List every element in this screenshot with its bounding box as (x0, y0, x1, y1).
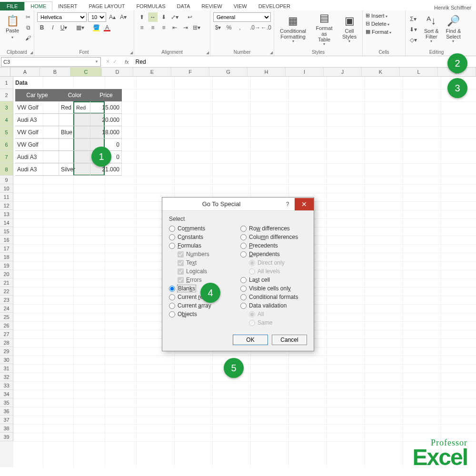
row-header-20[interactable]: 20 (0, 270, 13, 278)
fill-button[interactable]: ⬇▾ (408, 25, 418, 34)
option-visible-cells[interactable]: Visible cells only (240, 285, 307, 292)
option-comments[interactable]: Comments (169, 225, 231, 232)
column-header-B[interactable]: B (40, 68, 70, 76)
format-cells-button[interactable]: Format (372, 29, 391, 35)
tab-data[interactable]: DATA (171, 2, 196, 10)
row-header-8[interactable]: 8 (0, 163, 13, 176)
format-painter-button[interactable]: 🖌 (23, 33, 33, 43)
fx-icon[interactable]: fx (122, 59, 132, 65)
column-header-E[interactable]: E (133, 68, 171, 76)
underline-button[interactable]: U▾ (59, 23, 69, 32)
font-name-select[interactable]: Helvetica (37, 12, 87, 22)
option-blanks[interactable]: Blanks (169, 285, 231, 292)
align-bottom-button[interactable]: ⬇ (159, 12, 169, 22)
tab-developer[interactable]: DEVELOPER (253, 2, 296, 10)
cell-styles-button[interactable]: ▣Cell Styles (339, 14, 359, 44)
row-header-19[interactable]: 19 (0, 261, 13, 270)
row-header-32[interactable]: 32 (0, 373, 13, 381)
option-errors[interactable]: Errors (178, 277, 231, 283)
column-header-F[interactable]: F (171, 68, 209, 76)
row-header-10[interactable]: 10 (0, 184, 13, 193)
dialog-launcher-icon[interactable]: ◢ (130, 50, 133, 55)
row-header-9[interactable]: 9 (0, 176, 13, 184)
ok-button[interactable]: OK (233, 335, 268, 345)
align-top-button[interactable]: ⬆ (137, 12, 147, 22)
table-row[interactable]: Audi A320.000 (15, 114, 122, 126)
format-as-table-button[interactable]: ▤Format as Table (310, 11, 338, 47)
bold-button[interactable]: B (37, 23, 47, 32)
copy-button[interactable]: ⧉ (23, 23, 33, 32)
sort-filter-button[interactable]: ᴬ↓Sort & Filter (421, 14, 442, 44)
option-objects[interactable]: Objects (169, 311, 231, 317)
option-precedents[interactable]: Precedents (240, 242, 307, 249)
tab-view[interactable]: VIEW (228, 2, 253, 10)
comma-format-button[interactable]: , (235, 23, 245, 32)
row-header-5[interactable]: 5 (0, 126, 13, 139)
dialog-help-button[interactable]: ? (280, 201, 295, 208)
row-header-13[interactable]: 13 (0, 210, 13, 218)
tab-review[interactable]: REVIEW (196, 2, 228, 10)
align-center-button[interactable]: ≡ (148, 23, 158, 32)
option-row-differences[interactable]: Row differences (240, 225, 307, 232)
row-header-22[interactable]: 22 (0, 287, 13, 296)
font-color-button[interactable]: A (102, 23, 112, 32)
accounting-format-button[interactable]: $▾ (213, 23, 223, 32)
align-left-button[interactable]: ≡ (137, 23, 147, 32)
row-header-36[interactable]: 36 (0, 407, 13, 416)
table-row[interactable]: VW GolfBlue18.000 (15, 126, 122, 139)
percent-format-button[interactable]: % (224, 23, 234, 32)
option-numbers[interactable]: Numbers (178, 251, 231, 258)
cancel-button[interactable]: Cancel (272, 335, 307, 345)
row-header-26[interactable]: 26 (0, 321, 13, 330)
italic-button[interactable]: I (48, 23, 58, 32)
row-header-25[interactable]: 25 (0, 313, 13, 321)
row-header-24[interactable]: 24 (0, 304, 13, 313)
tab-insert[interactable]: INSERT (52, 2, 83, 10)
row-header-27[interactable]: 27 (0, 330, 13, 338)
option-constants[interactable]: Constants (169, 234, 231, 240)
row-header-15[interactable]: 15 (0, 227, 13, 236)
paste-button[interactable]: 📋 Paste (3, 14, 22, 41)
row-header-34[interactable]: 34 (0, 390, 13, 398)
option-logicals[interactable]: Logicals (178, 268, 231, 275)
row-header-1[interactable]: 1 (0, 77, 13, 89)
delete-cells-button[interactable]: Delete (371, 21, 389, 27)
row-header-35[interactable]: 35 (0, 398, 13, 407)
row-header-18[interactable]: 18 (0, 253, 13, 261)
name-box[interactable]: C3▼ (1, 57, 101, 67)
wrap-text-button[interactable]: ↩ (185, 12, 195, 22)
insert-cells-button[interactable]: Insert (371, 13, 387, 19)
find-select-button[interactable]: 🔎Find & Select (443, 14, 464, 44)
option-text[interactable]: Text (178, 259, 231, 266)
increase-font-button[interactable]: A▴ (108, 12, 117, 22)
row-header-7[interactable]: 7 (0, 151, 13, 163)
decrease-font-button[interactable]: A▾ (119, 12, 128, 22)
row-header-30[interactable]: 30 (0, 356, 13, 364)
column-header-A[interactable]: A (10, 68, 40, 76)
column-header-I[interactable]: I (286, 68, 324, 76)
dialog-close-button[interactable]: ✕ (295, 198, 314, 210)
option-data-validation[interactable]: Data validation (240, 302, 307, 309)
dialog-launcher-icon[interactable]: ◢ (206, 50, 209, 55)
row-header-3[interactable]: 3 (0, 101, 13, 114)
row-header-4[interactable]: 4 (0, 114, 13, 126)
option-column-differences[interactable]: Column differences (240, 234, 307, 240)
row-header-39[interactable]: 39 (0, 433, 13, 441)
tab-home[interactable]: HOME (24, 1, 52, 10)
formula-input[interactable] (134, 57, 475, 67)
column-header-J[interactable]: J (324, 68, 362, 76)
cut-button[interactable]: ✂ (23, 12, 33, 22)
row-header-37[interactable]: 37 (0, 416, 13, 424)
column-header-K[interactable]: K (362, 68, 400, 76)
orientation-button[interactable]: ⤢▾ (170, 12, 179, 22)
row-header-29[interactable]: 29 (0, 347, 13, 356)
autosum-button[interactable]: Σ▾ (408, 14, 418, 24)
enter-formula-icon[interactable]: ✓ (113, 59, 117, 65)
row-header-38[interactable]: 38 (0, 424, 13, 433)
decrease-decimal-button[interactable]: ←.0 (261, 23, 271, 32)
table-row[interactable]: VW GolfRed15.000 (15, 101, 122, 114)
row-header-2[interactable]: 2 (0, 89, 13, 101)
align-right-button[interactable]: ≡ (159, 23, 169, 32)
dialog-launcher-icon[interactable]: ◢ (270, 50, 273, 55)
border-button[interactable]: ▦▾ (75, 23, 85, 32)
